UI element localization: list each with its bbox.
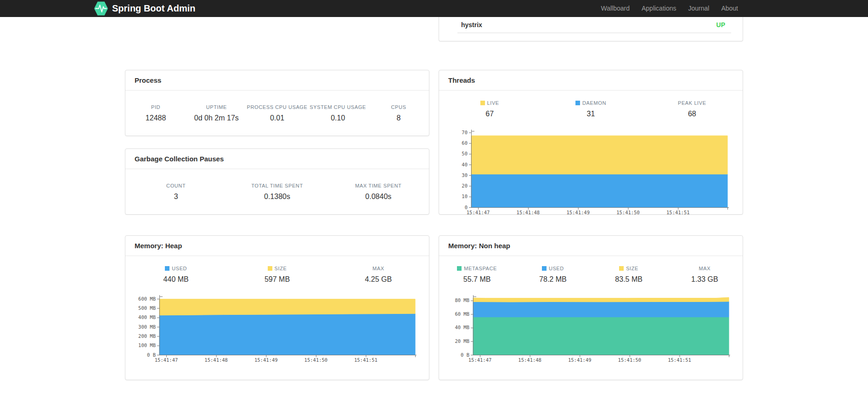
svg-text:60: 60 — [462, 140, 468, 146]
application-status-badge: UP — [716, 21, 725, 28]
metaspace-legend-swatch — [457, 266, 462, 271]
svg-text:15:41:51: 15:41:51 — [666, 210, 690, 215]
memory-nonheap-chart: 0 B20 MB40 MB60 MB80 MB15:41:4715:41:481… — [445, 295, 738, 370]
nav-item-about[interactable]: About — [715, 0, 744, 17]
svg-text:80 MB: 80 MB — [455, 297, 469, 303]
stat-value: 440 MB — [125, 275, 226, 284]
svg-text:15:41:49: 15:41:49 — [254, 357, 278, 363]
chart-areas — [473, 297, 729, 355]
stat-value: 67 — [439, 110, 540, 118]
stat-label: MAX — [667, 266, 743, 271]
nav-item-wallboard[interactable]: Wallboard — [595, 0, 636, 17]
stat-value: 0d 0h 2m 17s — [186, 114, 247, 122]
svg-text:15:41:50: 15:41:50 — [618, 357, 642, 363]
stat-pid: PID 12488 — [125, 104, 186, 122]
stat-label: LIVE — [439, 100, 540, 106]
svg-text:15:41:47: 15:41:47 — [155, 357, 178, 363]
svg-text:0: 0 — [465, 205, 468, 210]
stat-value: 0.1380s — [226, 193, 327, 201]
size-legend-swatch — [268, 266, 272, 271]
threads-card-title: Threads — [439, 70, 743, 91]
stat-heap-size: SIZE 597 MB — [226, 266, 327, 295]
svg-text:15:41:50: 15:41:50 — [304, 357, 328, 363]
memory-heap-card-title: Memory: Heap — [125, 236, 429, 256]
svg-text:60 MB: 60 MB — [455, 311, 469, 317]
stat-nonheap-max: MAX 1.33 GB — [667, 266, 743, 295]
stat-gc-count: COUNT 3 — [125, 183, 226, 201]
stat-value: 0.01 — [247, 114, 307, 122]
stat-uptime: UPTIME 0d 0h 2m 17s — [186, 104, 247, 122]
stat-label: TOTAL TIME SPENT — [226, 183, 327, 188]
svg-text:40: 40 — [462, 162, 468, 167]
stat-nonheap-used: USED 78.2 MB — [515, 266, 591, 295]
stat-value: 68 — [642, 110, 743, 118]
stat-value: 597 MB — [226, 275, 327, 284]
process-card: Process PID 12488 UPTIME 0d 0h 2m 17s PR… — [125, 70, 429, 136]
navbar-inner: Spring Boot Admin Wallboard Applications… — [94, 0, 744, 17]
svg-text:30: 30 — [462, 172, 468, 178]
stat-value: 1.33 GB — [667, 275, 743, 284]
stat-label: PID — [125, 104, 186, 110]
threads-legend: LIVE 67 DAEMON 31 PEAK LIVE 68 — [439, 91, 743, 129]
svg-text:15:41:48: 15:41:48 — [517, 210, 540, 215]
memory-heap-card: Memory: Heap USED 440 MB SIZE 597 MB MAX… — [125, 235, 429, 380]
brand[interactable]: Spring Boot Admin — [94, 1, 195, 16]
memory-nonheap-card-title: Memory: Non heap — [439, 236, 743, 256]
stat-label: METASPACE — [439, 266, 515, 271]
daemon-legend-swatch — [575, 101, 580, 105]
used-legend-swatch — [165, 266, 169, 271]
stat-value: 0.10 — [308, 114, 368, 122]
stat-heap-used: USED 440 MB — [125, 266, 226, 295]
application-row-divider — [457, 33, 731, 33]
stat-label: MAX — [328, 266, 429, 271]
application-name[interactable]: hystrix — [461, 21, 482, 28]
stat-threads-peak-live: PEAK LIVE 68 — [642, 100, 743, 129]
stat-value: 31 — [540, 110, 641, 118]
memory-heap-legend: USED 440 MB SIZE 597 MB MAX 4.25 GB — [125, 256, 429, 295]
brand-title: Spring Boot Admin — [112, 3, 195, 14]
stat-cpus: CPUS 8 — [368, 104, 429, 122]
stat-label: USED — [125, 266, 226, 271]
process-card-title: Process — [125, 70, 429, 91]
svg-text:15:41:47: 15:41:47 — [468, 357, 492, 363]
svg-text:15:41:51: 15:41:51 — [354, 357, 378, 363]
live-legend-swatch — [480, 101, 485, 105]
threads-card: Threads LIVE 67 DAEMON 31 PEAK LIVE 68 — [439, 70, 743, 215]
stat-threads-daemon: DAEMON 31 — [540, 100, 641, 129]
stat-label: DAEMON — [540, 100, 641, 106]
gc-stats: COUNT 3 TOTAL TIME SPENT 0.1380s MAX TIM… — [125, 169, 429, 214]
nav-item-applications[interactable]: Applications — [636, 0, 682, 17]
stat-label: SIZE — [226, 266, 327, 271]
stat-nonheap-metaspace: METASPACE 55.7 MB — [439, 266, 515, 295]
application-row[interactable]: hystrix UP — [439, 17, 743, 33]
stat-label: PROCESS CPU USAGE — [247, 104, 307, 110]
top-navbar: Spring Boot Admin Wallboard Applications… — [0, 0, 868, 17]
svg-text:0 B: 0 B — [461, 352, 469, 358]
svg-text:70: 70 — [462, 130, 468, 135]
size-legend-swatch — [619, 266, 624, 271]
svg-text:15:41:48: 15:41:48 — [204, 357, 228, 363]
right-column: Threads LIVE 67 DAEMON 31 PEAK LIVE 68 — [439, 70, 743, 215]
memory-nonheap-legend: METASPACE 55.7 MB USED 78.2 MB SIZE 83.5… — [439, 256, 743, 295]
svg-text:200 MB: 200 MB — [138, 333, 156, 339]
svg-text:600 MB: 600 MB — [138, 296, 156, 302]
stat-threads-live: LIVE 67 — [439, 100, 540, 129]
stat-label: MAX TIME SPENT — [328, 183, 429, 188]
svg-text:0 B: 0 B — [147, 352, 156, 358]
stat-value: 12488 — [125, 114, 186, 122]
stat-label: SYSTEM CPU USAGE — [308, 104, 368, 110]
stat-heap-max: MAX 4.25 GB — [328, 266, 429, 295]
left-column: Process PID 12488 UPTIME 0d 0h 2m 17s PR… — [125, 70, 429, 215]
stat-label: SIZE — [591, 266, 667, 271]
stat-value: 4.25 GB — [328, 275, 429, 284]
nav-item-journal[interactable]: Journal — [682, 0, 715, 17]
stat-label: USED — [515, 266, 591, 271]
stat-label: CPUS — [368, 104, 429, 110]
svg-text:500 MB: 500 MB — [138, 305, 156, 311]
process-stats: PID 12488 UPTIME 0d 0h 2m 17s PROCESS CP… — [125, 91, 429, 136]
svg-text:15:41:47: 15:41:47 — [467, 210, 490, 215]
memory-nonheap-card: Memory: Non heap METASPACE 55.7 MB USED … — [439, 235, 743, 380]
used-legend-swatch — [542, 266, 547, 271]
svg-text:20: 20 — [462, 183, 468, 188]
gc-pauses-card: Garbage Collection Pauses COUNT 3 TOTAL … — [125, 148, 429, 215]
